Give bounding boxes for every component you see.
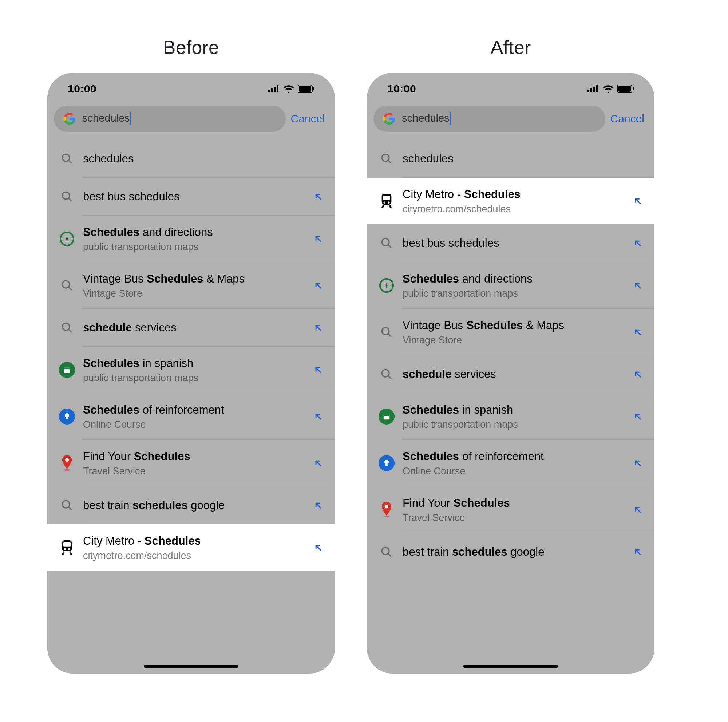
arrow-up-left-icon[interactable] [633, 411, 643, 422]
suggestion-title: schedule services [402, 367, 625, 382]
svg-point-63 [382, 370, 389, 377]
status-time: 10:00 [68, 83, 96, 95]
search-input[interactable]: schedules [373, 106, 605, 132]
suggestion-row[interactable]: Schedules of reinforcementOnline Course [47, 393, 335, 440]
suggestion-arrow-slot [629, 547, 647, 557]
svg-rect-0 [268, 90, 270, 92]
suggestion-arrow-slot [629, 238, 647, 248]
suggestion-icon-slot [375, 193, 398, 209]
svg-line-74 [636, 508, 640, 512]
suggestion-row[interactable]: best bus schedules [47, 178, 335, 216]
suggestion-title: schedule services [83, 320, 305, 335]
arrow-up-left-icon[interactable] [313, 365, 323, 375]
suggestion-icon-slot [55, 321, 79, 334]
suggestion-arrow-slot [309, 323, 327, 333]
suggestion-row[interactable]: Schedules and directionspublic transport… [47, 216, 335, 262]
svg-line-10 [69, 198, 72, 201]
arrow-up-left-icon[interactable] [313, 458, 323, 468]
suggestion-row[interactable]: Schedules in spanishpublic transportatio… [367, 393, 655, 440]
cancel-button[interactable]: Cancel [610, 113, 648, 125]
suggestion-title: schedules [83, 151, 305, 166]
svg-marker-52 [381, 205, 384, 208]
suggestion-subtitle: public transportation maps [83, 242, 305, 253]
suggestion-title: best bus schedules [402, 236, 625, 251]
suggestion-row[interactable]: Find Your SchedulesTravel Service [367, 486, 655, 533]
arrow-up-left-icon[interactable] [633, 369, 643, 379]
arrow-up-left-icon[interactable] [633, 196, 643, 206]
suggestion-title: Schedules in spanish [83, 356, 305, 371]
arrow-up-left-icon[interactable] [313, 411, 323, 422]
home-indicator[interactable] [144, 665, 239, 668]
suggestion-row[interactable]: Schedules of reinforcementOnline Course [367, 440, 655, 486]
arrow-up-left-icon[interactable] [313, 191, 323, 202]
svg-line-11 [316, 194, 321, 199]
search-icon [380, 326, 393, 338]
arrow-up-left-icon[interactable] [633, 505, 643, 515]
suggestion-title: best bus schedules [83, 189, 305, 204]
svg-rect-42 [596, 85, 598, 92]
suggestion-row[interactable]: best train schedules google [47, 486, 335, 524]
suggestion-row[interactable]: best bus schedules [367, 224, 655, 262]
suggestion-title: Vintage Bus Schedules & Maps [402, 318, 625, 333]
status-bar: 10:00 [367, 73, 655, 102]
search-icon [380, 153, 393, 165]
arrow-up-left-icon[interactable] [313, 543, 323, 553]
text-caret [130, 112, 131, 124]
arrow-up-left-icon[interactable] [313, 323, 323, 333]
svg-marker-37 [70, 551, 72, 555]
arrow-up-left-icon[interactable] [633, 238, 643, 248]
suggestion-arrow-slot [309, 191, 327, 202]
suggestion-icon-slot [375, 278, 398, 293]
home-indicator[interactable] [463, 665, 558, 668]
suggestion-arrow-slot [309, 365, 327, 375]
suggestion-content: Schedules of reinforcementOnline Course [79, 403, 309, 430]
cellular-icon [587, 85, 599, 92]
suggestion-subtitle: public transportation maps [402, 419, 625, 430]
arrow-up-left-icon[interactable] [313, 500, 323, 511]
battery-icon [617, 85, 634, 93]
suggestion-title: Schedules of reinforcement [83, 403, 305, 417]
suggestion-row[interactable]: Schedules in spanishpublic transportatio… [47, 347, 335, 393]
svg-rect-33 [63, 542, 70, 546]
suggestion-row[interactable]: Schedules and directionspublic transport… [367, 262, 655, 309]
suggestion-row[interactable]: schedule services [47, 309, 335, 347]
arrow-up-left-icon[interactable] [313, 280, 323, 291]
suggestion-row[interactable]: schedules [367, 140, 655, 178]
svg-rect-1 [271, 88, 273, 92]
phone-after: 10:00 schedules Cancel schedulesCity Met… [367, 73, 655, 673]
cancel-button[interactable]: Cancel [291, 113, 328, 125]
suggestion-arrow-slot [629, 196, 647, 206]
google-logo-icon [383, 113, 395, 125]
suggestion-icon-slot [55, 153, 79, 165]
suggestion-row[interactable]: schedules [47, 140, 335, 178]
arrow-up-left-icon[interactable] [633, 327, 643, 337]
suggestion-content: Schedules in spanishpublic transportatio… [79, 356, 309, 383]
cellular-icon [268, 85, 280, 92]
arrow-up-left-icon[interactable] [313, 234, 323, 244]
arrow-up-left-icon[interactable] [633, 280, 643, 291]
search-icon [61, 153, 73, 165]
suggestion-row[interactable]: best train schedules google [367, 533, 655, 571]
svg-line-54 [636, 199, 640, 203]
search-input[interactable]: schedules [54, 106, 286, 132]
suggestion-row[interactable]: schedule services [367, 355, 655, 393]
suggestion-row[interactable]: Vintage Bus Schedules & MapsVintage Stor… [367, 309, 655, 355]
svg-point-73 [383, 516, 390, 517]
suggestion-icon-slot [55, 190, 79, 203]
suggestion-icon-slot [375, 237, 398, 249]
arrow-up-left-icon[interactable] [633, 458, 643, 468]
suggestion-row[interactable]: City Metro - Schedulescitymetro.com/sche… [47, 524, 335, 571]
suggestion-row[interactable]: Vintage Bus Schedules & MapsVintage Stor… [47, 262, 335, 309]
suggestion-subtitle: citymetro.com/schedules [402, 203, 625, 215]
suggestion-title: Schedules and directions [83, 225, 305, 240]
suggestion-row[interactable]: City Metro - Schedulescitymetro.com/sche… [367, 178, 655, 224]
arrow-up-left-icon[interactable] [633, 547, 643, 557]
wifi-icon [283, 85, 294, 93]
suggestion-row[interactable]: Find Your SchedulesTravel Service [47, 440, 335, 486]
suggestion-content: schedules [79, 151, 309, 166]
calendar-icon [59, 362, 75, 378]
svg-point-7 [62, 154, 70, 161]
map-pin-icon [380, 502, 393, 518]
suggestion-title: schedules [402, 151, 625, 166]
google-logo-icon [63, 113, 76, 125]
